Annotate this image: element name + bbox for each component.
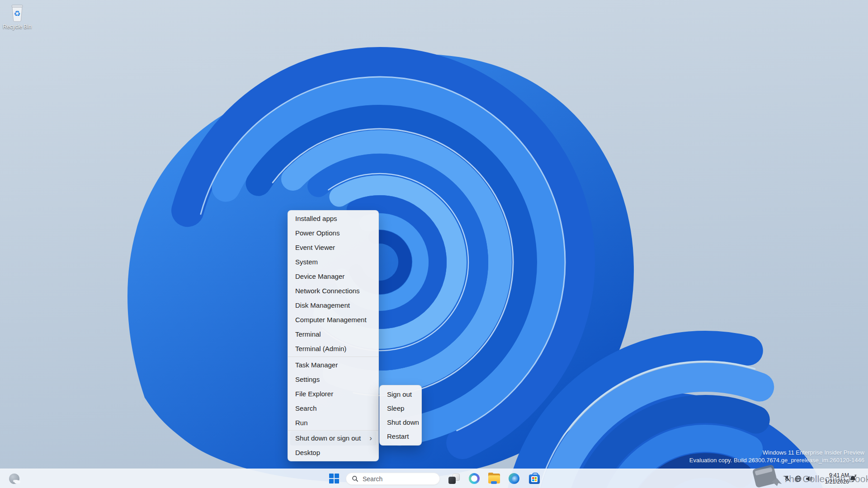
edge-button[interactable] <box>505 470 523 487</box>
network-globe-icon <box>794 475 802 483</box>
shutdown-submenu: Sign out Sleep Shut down Restart <box>379 385 422 446</box>
clock-date: 1/21/2026 <box>816 479 849 485</box>
menu-item-disk-management[interactable]: Disk Management <box>290 298 376 313</box>
menu-item-task-manager[interactable]: Task Manager <box>290 358 376 372</box>
menu-separator <box>288 357 378 357</box>
menu-item-settings[interactable]: Settings <box>290 372 376 387</box>
menu-item-desktop[interactable]: Desktop <box>290 446 376 460</box>
menu-separator <box>288 430 378 431</box>
submenu-item-shut-down[interactable]: Shut down <box>382 415 420 429</box>
taskbar-clock[interactable]: 9:41 AM 1/21/2026 <box>816 472 849 485</box>
winx-context-menu: Installed apps Power Options Event Viewe… <box>288 210 379 461</box>
desktop-wallpaper <box>0 0 868 488</box>
windows-logo-icon <box>329 474 339 483</box>
taskbar: Search <box>0 469 868 488</box>
volume-tray-button[interactable] <box>803 473 814 484</box>
submenu-chevron-icon: › <box>369 431 372 446</box>
start-button[interactable] <box>326 470 343 487</box>
menu-item-installed-apps[interactable]: Installed apps <box>290 211 376 226</box>
file-explorer-icon <box>488 474 500 483</box>
clock-time: 9:41 AM <box>816 472 849 479</box>
menu-item-search[interactable]: Search <box>290 401 376 416</box>
menu-item-terminal[interactable]: Terminal <box>290 327 376 342</box>
recycle-bin-icon: ♻ <box>9 4 26 23</box>
menu-item-device-manager[interactable]: Device Manager <box>290 269 376 284</box>
desktop: ♻ Recycle Bin Installed apps Power Optio… <box>0 0 868 488</box>
recycle-bin-desktop-icon[interactable]: ♻ Recycle Bin <box>3 4 32 30</box>
search-icon <box>352 475 359 482</box>
edge-browser-icon <box>509 473 519 484</box>
copilot-icon <box>469 473 480 484</box>
microsoft-store-button[interactable] <box>526 470 543 487</box>
microphone-muted-tray-button[interactable] <box>782 473 793 484</box>
menu-item-system[interactable]: System <box>290 255 376 269</box>
menu-item-computer-management[interactable]: Computer Management <box>290 313 376 327</box>
widgets-weather-icon <box>9 474 19 484</box>
menu-item-shutdown-or-sign-out[interactable]: Shut down or sign out › <box>290 431 376 446</box>
menu-item-terminal-admin[interactable]: Terminal (Admin) <box>290 342 376 356</box>
menu-item-run[interactable]: Run <box>290 416 376 430</box>
file-explorer-button[interactable] <box>486 470 503 487</box>
network-tray-button[interactable] <box>793 473 803 484</box>
menu-item-power-options[interactable]: Power Options <box>290 226 376 240</box>
menu-item-network-connections[interactable]: Network Connections <box>290 284 376 298</box>
widgets-button[interactable] <box>5 470 23 487</box>
submenu-item-sign-out[interactable]: Sign out <box>382 387 420 401</box>
recycle-glyph: ♻ <box>14 9 20 18</box>
recycle-bin-label: Recycle Bin <box>3 23 32 30</box>
copilot-button[interactable] <box>466 470 483 487</box>
submenu-item-restart[interactable]: Restart <box>382 429 420 443</box>
notifications-dnd-button[interactable] <box>847 473 858 484</box>
bell-do-not-disturb-icon <box>849 474 857 483</box>
microsoft-store-icon <box>529 474 540 484</box>
task-view-icon <box>448 473 460 484</box>
os-watermark-line2: Evaluation copy. Build 26300.7674.ge_pre… <box>689 456 864 464</box>
menu-item-event-viewer[interactable]: Event Viewer <box>290 240 376 255</box>
menu-item-file-explorer[interactable]: File Explorer <box>290 387 376 401</box>
taskbar-search-box[interactable]: Search <box>346 473 440 485</box>
task-view-button[interactable] <box>445 470 462 487</box>
menu-item-label: Shut down or sign out <box>295 434 361 442</box>
os-evaluation-watermark: Windows 11 Enterprise Insider Preview Ev… <box>689 449 864 464</box>
volume-icon <box>805 475 813 483</box>
os-watermark-line1: Windows 11 Enterprise Insider Preview <box>689 449 864 456</box>
submenu-item-sleep[interactable]: Sleep <box>382 401 420 415</box>
microphone-muted-icon <box>783 475 791 482</box>
search-label: Search <box>363 475 382 483</box>
